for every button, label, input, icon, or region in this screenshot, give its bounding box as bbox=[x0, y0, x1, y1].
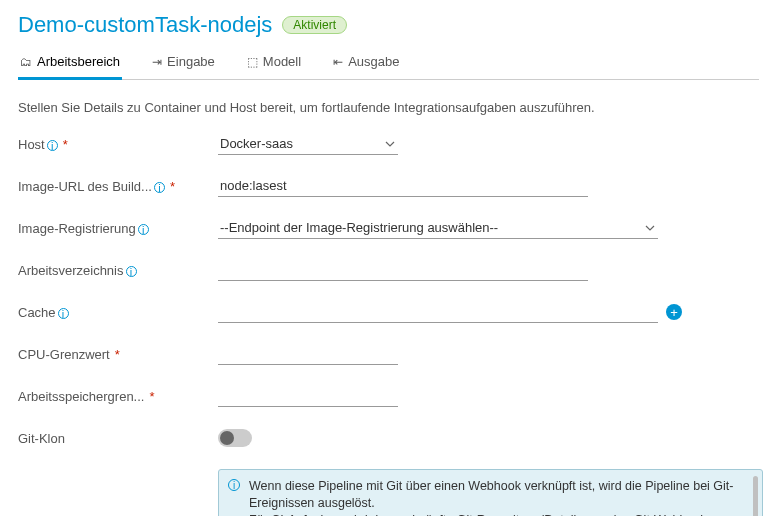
tab-arbeitsbereich[interactable]: 🗂 Arbeitsbereich bbox=[18, 48, 122, 80]
row-host: Hosti* Docker-saas bbox=[18, 133, 759, 155]
label-image-url: Image-URL des Build...i* bbox=[18, 179, 218, 194]
info-icon[interactable]: i bbox=[126, 266, 137, 277]
required-marker: * bbox=[149, 389, 154, 404]
label-host: Hosti* bbox=[18, 137, 218, 152]
row-image-registry: Image-Registrierungi --Endpoint der Imag… bbox=[18, 217, 759, 239]
page-header: Demo-customTask-nodejs Aktiviert bbox=[18, 12, 759, 38]
tab-label: Ausgabe bbox=[348, 54, 399, 69]
info-icon[interactable]: i bbox=[154, 182, 165, 193]
required-marker: * bbox=[170, 179, 175, 194]
image-registry-select[interactable]: --Endpoint der Image-Registrierung auswä… bbox=[218, 217, 658, 239]
tab-modell[interactable]: ⬚ Modell bbox=[245, 48, 303, 80]
tab-label: Arbeitsbereich bbox=[37, 54, 120, 69]
input-icon: ⇥ bbox=[152, 55, 162, 69]
label-cpu-limit: CPU-Grenzwert* bbox=[18, 347, 218, 362]
git-clone-toggle[interactable] bbox=[218, 429, 252, 447]
git-clone-info-box: i Wenn diese Pipeline mit Git über einen… bbox=[218, 469, 763, 516]
cpu-limit-input[interactable] bbox=[218, 343, 398, 365]
tab-bar: 🗂 Arbeitsbereich ⇥ Eingabe ⬚ Modell ⇤ Au… bbox=[18, 48, 759, 80]
intro-text: Stellen Sie Details zu Container und Hos… bbox=[18, 100, 759, 115]
row-image-url: Image-URL des Build...i* bbox=[18, 175, 759, 197]
status-badge: Aktiviert bbox=[282, 16, 347, 34]
tab-ausgabe[interactable]: ⇤ Ausgabe bbox=[331, 48, 401, 80]
label-workdir: Arbeitsverzeichnisi bbox=[18, 263, 218, 278]
image-url-input[interactable] bbox=[218, 175, 588, 197]
mem-limit-input[interactable] bbox=[218, 385, 398, 407]
cache-add-button[interactable]: + bbox=[666, 304, 682, 320]
info-icon[interactable]: i bbox=[58, 308, 69, 319]
tab-eingabe[interactable]: ⇥ Eingabe bbox=[150, 48, 217, 80]
label-image-registry: Image-Registrierungi bbox=[18, 221, 218, 236]
info-icon[interactable]: i bbox=[47, 140, 58, 151]
row-workdir: Arbeitsverzeichnisi bbox=[18, 259, 759, 281]
host-select[interactable]: Docker-saas bbox=[218, 133, 398, 155]
workspace-icon: 🗂 bbox=[20, 55, 32, 69]
tab-label: Modell bbox=[263, 54, 301, 69]
info-icon[interactable]: i bbox=[138, 224, 149, 235]
tab-label: Eingabe bbox=[167, 54, 215, 69]
page-title: Demo-customTask-nodejs bbox=[18, 12, 272, 38]
toggle-knob bbox=[220, 431, 234, 445]
label-mem-limit: Arbeitsspeichergren...* bbox=[18, 389, 218, 404]
row-git-clone: Git-Klon bbox=[18, 427, 759, 449]
row-mem-limit: Arbeitsspeichergren...* bbox=[18, 385, 759, 407]
label-cache: Cachei bbox=[18, 305, 218, 320]
info-text-line1: Wenn diese Pipeline mit Git über einen W… bbox=[249, 479, 734, 510]
output-icon: ⇤ bbox=[333, 55, 343, 69]
cache-input[interactable] bbox=[218, 301, 658, 323]
label-git-clone: Git-Klon bbox=[18, 431, 218, 446]
info-scrollbar[interactable] bbox=[753, 476, 758, 516]
required-marker: * bbox=[115, 347, 120, 362]
info-icon: i bbox=[228, 479, 240, 491]
row-cpu-limit: CPU-Grenzwert* bbox=[18, 343, 759, 365]
row-cache: Cachei + bbox=[18, 301, 759, 323]
model-icon: ⬚ bbox=[247, 55, 258, 69]
workdir-input[interactable] bbox=[218, 259, 588, 281]
required-marker: * bbox=[63, 137, 68, 152]
